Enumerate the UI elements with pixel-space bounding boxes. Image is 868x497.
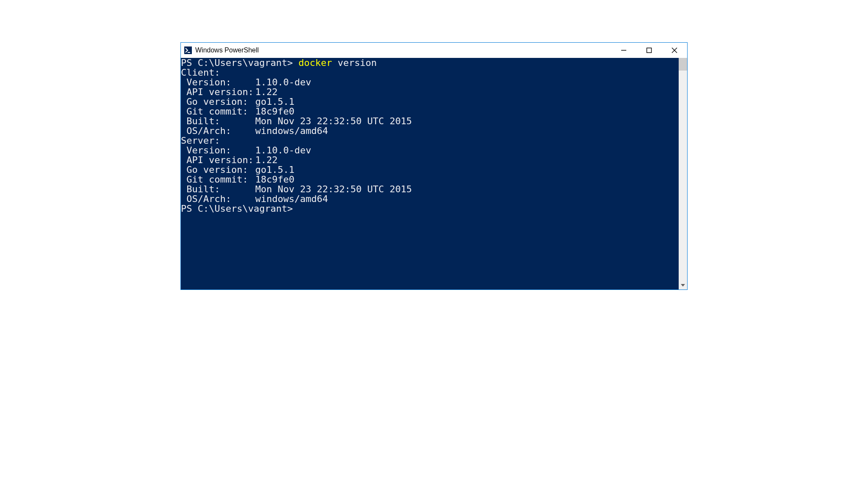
titlebar[interactable]: Windows PowerShell	[181, 43, 687, 58]
prompt-line-2: PS C:\Users\vagrant>	[181, 204, 679, 213]
client-version: Version:1.10.0-dev	[181, 77, 311, 87]
client-header: Client:	[181, 68, 679, 77]
terminal-output[interactable]: PS C:\Users\vagrant> docker versionClien…	[181, 58, 679, 289]
server-git-commit: Git commit:18c9fe0	[181, 174, 295, 185]
command-docker: docker	[298, 58, 332, 68]
prompt-1: PS C:\Users\vagrant>	[181, 58, 293, 68]
server-header: Server:	[181, 136, 679, 145]
command-arg: version	[338, 58, 377, 68]
maximize-button[interactable]	[636, 43, 662, 58]
scroll-down-arrow-icon[interactable]	[679, 281, 687, 289]
server-os-arch: OS/Arch:windows/amd64	[181, 194, 328, 204]
console-area: PS C:\Users\vagrant> docker versionClien…	[181, 58, 687, 289]
client-go-version: Go version:go1.5.1	[181, 96, 295, 107]
server-api-version: API version:1.22	[181, 155, 278, 165]
client-os-arch: OS/Arch:windows/amd64	[181, 126, 328, 136]
server-go-version: Go version:go1.5.1	[181, 164, 295, 175]
svg-rect-3	[647, 48, 652, 53]
close-button[interactable]	[662, 43, 687, 58]
prompt-line-1: PS C:\Users\vagrant> docker version	[181, 58, 679, 68]
window-controls	[611, 43, 687, 58]
server-built: Built:Mon Nov 23 22:32:50 UTC 2015	[181, 184, 412, 194]
prompt-2: PS C:\Users\vagrant>	[181, 203, 293, 214]
powershell-icon	[184, 46, 192, 54]
window-title: Windows PowerShell	[195, 46, 259, 54]
client-built: Built:Mon Nov 23 22:32:50 UTC 2015	[181, 116, 412, 126]
minimize-button[interactable]	[611, 43, 636, 58]
powershell-window: Windows PowerShell PS C:\Users\vagrant> …	[180, 42, 688, 290]
scroll-thumb[interactable]	[679, 58, 687, 71]
client-git-commit: Git commit:18c9fe0	[181, 106, 295, 117]
client-api-version: API version:1.22	[181, 87, 278, 97]
server-version: Version:1.10.0-dev	[181, 145, 311, 156]
vertical-scrollbar[interactable]	[679, 58, 687, 289]
